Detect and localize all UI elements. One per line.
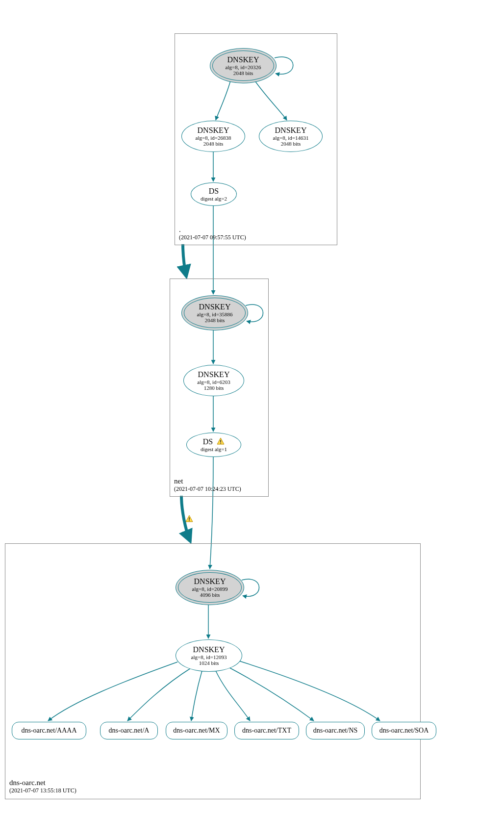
node-sub2: 2048 bits [281, 141, 301, 147]
node-sub2: 4096 bits [200, 592, 220, 598]
rr-label: dns-oarc.net/AAAA [21, 727, 76, 735]
node-title: DS [203, 437, 213, 446]
rr-label: dns-oarc.net/TXT [242, 727, 291, 735]
rr-label: dns-oarc.net/MX [173, 727, 220, 735]
node-root-ksk: DNSKEY alg=8, id=20326 2048 bits [210, 48, 277, 83]
zone-name-dnsoarc: dns-oarc.net [9, 778, 76, 787]
node-title: DNSKEY [275, 126, 307, 135]
rr-label: dns-oarc.net/A [109, 727, 150, 735]
node-sub2: 2048 bits [233, 70, 253, 76]
node-leaf-zsk: DNSKEY alg=8, id=12093 1024 bits [176, 639, 242, 672]
zone-time-root: (2021-07-07 09:57:55 UTC) [179, 234, 246, 241]
node-net-ksk: DNSKEY alg=8, id=35886 2048 bits [181, 295, 248, 331]
warning-icon [217, 437, 225, 446]
svg-rect-2 [220, 440, 221, 442]
node-title: DNSKEY [198, 370, 230, 379]
node-sub1: alg=8, id=12093 [191, 654, 227, 660]
node-sub1: alg=8, id=20899 [192, 586, 228, 592]
node-net-ds: DS digest alg=1 [186, 432, 241, 457]
rr-a: dns-oarc.net/A [100, 722, 158, 739]
node-sub2: 1024 bits [199, 660, 219, 666]
node-title: DNSKEY [227, 55, 259, 64]
node-sub1: digest alg=1 [201, 446, 227, 452]
node-sub2: 2048 bits [205, 317, 225, 323]
node-sub1: digest alg=2 [201, 196, 227, 202]
node-title: DNSKEY [193, 645, 225, 654]
node-title: DNSKEY [194, 577, 226, 586]
node-sub1: alg=8, id=20326 [226, 64, 261, 70]
node-net-zsk: DNSKEY alg=8, id=6203 1280 bits [183, 365, 244, 396]
node-sub1: alg=8, id=35886 [197, 311, 233, 317]
zone-time-net: (2021-07-07 10:24:23 UTC) [174, 485, 241, 492]
node-root-zsk1: DNSKEY alg=8, id=26838 2048 bits [181, 121, 245, 152]
node-title: DNSKEY [199, 303, 231, 311]
rr-ns: dns-oarc.net/NS [306, 722, 365, 739]
node-leaf-ksk: DNSKEY alg=8, id=20899 4096 bits [176, 570, 244, 605]
rr-txt: dns-oarc.net/TXT [234, 722, 299, 739]
node-root-ds: DS digest alg=2 [191, 182, 237, 206]
node-sub2: 1280 bits [204, 385, 224, 391]
node-title: DS [209, 187, 219, 196]
rr-label: dns-oarc.net/NS [313, 727, 358, 735]
rr-label: dns-oarc.net/SOA [379, 727, 429, 735]
node-sub1: alg=8, id=26838 [196, 135, 231, 141]
rr-soa: dns-oarc.net/SOA [372, 722, 436, 739]
node-root-zsk2: DNSKEY alg=8, id=14631 2048 bits [259, 121, 323, 152]
node-sub1: alg=8, id=6203 [197, 379, 230, 385]
rr-aaaa: dns-oarc.net/AAAA [12, 722, 86, 739]
zone-time-dnsoarc: (2021-07-07 13:55:18 UTC) [9, 787, 76, 794]
rr-mx: dns-oarc.net/MX [166, 722, 227, 739]
node-sub2: 2048 bits [203, 141, 224, 147]
zone-name-root: . [179, 225, 246, 234]
node-title: DNSKEY [198, 126, 229, 135]
zone-name-net: net [174, 477, 241, 485]
svg-rect-3 [220, 443, 221, 444]
node-sub1: alg=8, id=14631 [273, 135, 309, 141]
